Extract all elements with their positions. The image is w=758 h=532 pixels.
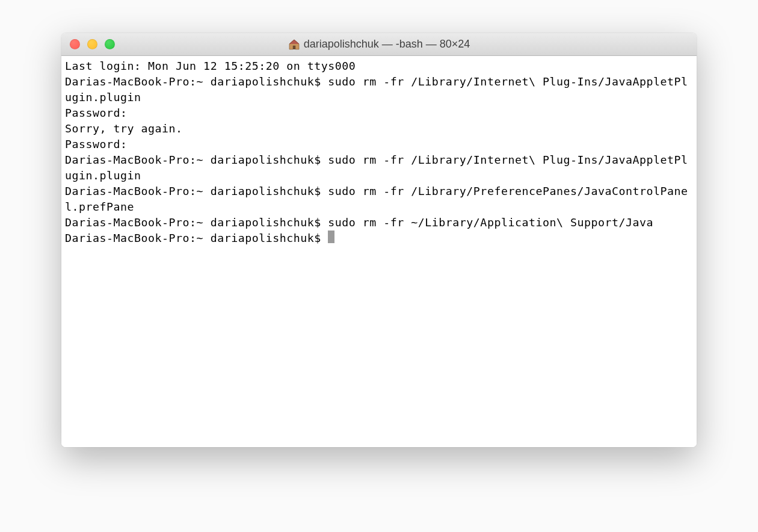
terminal-line: Password: bbox=[65, 105, 693, 121]
cursor bbox=[328, 230, 334, 243]
terminal-line: Darias-MacBook-Pro:~ dariapolishchuk$ su… bbox=[65, 152, 693, 184]
minimize-button[interactable] bbox=[87, 39, 97, 49]
terminal-line: Darias-MacBook-Pro:~ dariapolishchuk$ su… bbox=[65, 184, 693, 215]
terminal-prompt: Darias-MacBook-Pro:~ dariapolishchuk$ bbox=[65, 232, 328, 244]
terminal-line: Password: bbox=[65, 137, 693, 152]
titlebar[interactable]: dariapolishchuk — -bash — 80×24 bbox=[61, 33, 697, 56]
maximize-button[interactable] bbox=[105, 39, 115, 49]
terminal-line: Sorry, try again. bbox=[65, 121, 693, 137]
title-wrap: dariapolishchuk — -bash — 80×24 bbox=[61, 38, 697, 51]
terminal-window: dariapolishchuk — -bash — 80×24 Last log… bbox=[61, 33, 697, 447]
terminal-line: Darias-MacBook-Pro:~ dariapolishchuk$ su… bbox=[65, 74, 693, 105]
window-controls bbox=[61, 39, 115, 49]
svg-rect-0 bbox=[293, 46, 295, 49]
terminal-line: Darias-MacBook-Pro:~ dariapolishchuk$ su… bbox=[65, 215, 693, 230]
terminal-content[interactable]: Last login: Mon Jun 12 15:25:20 on ttys0… bbox=[61, 56, 697, 447]
home-icon bbox=[288, 39, 300, 50]
terminal-prompt-line: Darias-MacBook-Pro:~ dariapolishchuk$ bbox=[65, 230, 693, 246]
close-button[interactable] bbox=[70, 39, 80, 49]
window-title: dariapolishchuk — -bash — 80×24 bbox=[304, 38, 470, 51]
terminal-line: Last login: Mon Jun 12 15:25:20 on ttys0… bbox=[65, 58, 693, 74]
